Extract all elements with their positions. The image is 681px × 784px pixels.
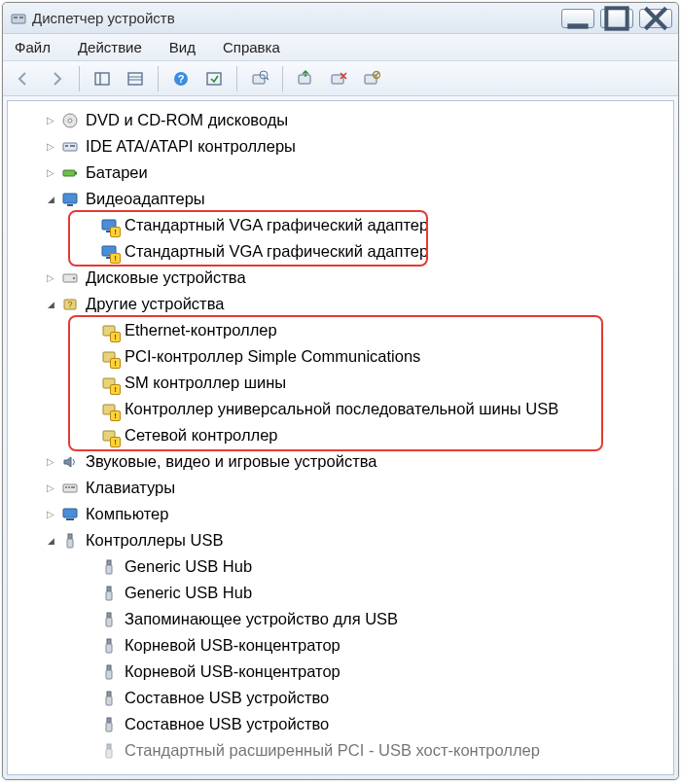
show-hide-tree-button[interactable] [88,65,117,92]
update-driver-button[interactable] [291,65,320,92]
svg-rect-63 [107,718,111,723]
svg-rect-47 [63,509,77,517]
window-frame: Диспетчер устройств Файл Действие Вид Сп… [2,2,679,780]
svg-rect-28 [63,194,77,203]
usb-device-icon [99,662,119,682]
tree-item[interactable]: Звуковые, видео и игровые устройства [14,448,669,475]
expand-icon[interactable] [43,507,58,522]
twisty-blank [82,323,97,339]
tree-item-label: Ethernet-контроллер [125,321,277,339]
svg-rect-5 [95,73,109,85]
disable-button[interactable] [357,65,386,92]
tree-item[interactable]: Составное USB устройство [14,711,669,737]
tree-item-label: Стандартный расширенный PCI - USB хост-к… [125,741,540,760]
unknown-device-icon: ! [99,347,119,367]
tree-item-label: Корневой USB-концентратор [125,662,340,681]
svg-rect-4 [606,8,627,28]
tree-item[interactable]: Корневой USB-концентратор [14,659,669,685]
twisty-blank [82,586,97,601]
device-tree[interactable]: DVD и CD-ROM дисководы IDE ATA/ATAPI кон… [8,101,673,774]
menu-help[interactable]: Справка [221,37,282,57]
drive-icon [60,268,80,288]
usb-device-icon [99,689,119,708]
action-button[interactable] [199,65,229,92]
collapse-icon[interactable] [43,533,58,549]
tree-item[interactable]: Видеоадаптеры [14,186,669,212]
expand-icon[interactable] [43,270,58,286]
svg-rect-24 [65,145,68,147]
warning-badge-icon: ! [110,253,121,264]
tree-item[interactable]: ? Другие устройства [14,291,669,317]
window-controls [561,9,672,28]
menu-file[interactable]: Файл [13,37,53,57]
tree-item[interactable]: Дисковые устройства [14,265,669,291]
twisty-blank [82,375,97,391]
menu-action[interactable]: Действие [76,37,144,57]
tree-item[interactable]: Запоминающее устройство для USB [14,606,669,632]
twisty-blank [82,691,97,706]
tree-item[interactable]: ! PCI-контроллер Simple Communications [14,343,669,370]
svg-rect-49 [68,534,72,539]
scan-hardware-button[interactable] [245,65,274,92]
svg-rect-46 [71,486,75,488]
svg-rect-0 [12,15,25,23]
tree-item-label: PCI-контроллер Simple Communications [125,347,420,366]
warning-badge-icon: ! [110,227,121,237]
twisty-blank [82,664,97,680]
tree-item-label: Сетевой контроллер [125,426,278,445]
tree-item[interactable]: Generic USB Hub [14,580,669,606]
svg-rect-17 [332,75,343,84]
collapse-icon[interactable] [43,192,58,207]
maximize-button[interactable] [600,9,633,28]
twisty-blank [82,638,97,654]
warning-badge-icon: ! [110,358,121,369]
toolbar-separator [282,66,283,91]
expand-icon[interactable] [43,113,58,128]
warning-badge-icon: ! [110,384,121,395]
tree-item[interactable]: ! Стандартный VGA графический адаптер [14,238,669,265]
tree-item[interactable]: IDE ATA/ATAPI контроллеры [14,133,669,160]
collapse-icon[interactable] [43,297,58,312]
tree-item[interactable]: ! SM контроллер шины [14,370,669,396]
svg-rect-27 [75,171,77,174]
properties-button[interactable] [121,65,150,92]
help-button[interactable]: ? [166,65,196,92]
uninstall-button[interactable] [324,65,353,92]
tree-item[interactable]: Корневой USB-концентратор [14,632,669,659]
client-area: DVD и CD-ROM дисководы IDE ATA/ATAPI кон… [7,100,674,775]
tree-item-label: Батареи [86,163,148,182]
warning-badge-icon: ! [110,332,121,342]
tree-item[interactable]: Generic USB Hub [14,553,669,580]
back-button[interactable] [9,65,38,92]
forward-button[interactable] [42,65,71,92]
tree-item[interactable]: ! Сетевой контроллер [14,422,669,448]
display-icon: ! [99,216,119,235]
tree-item[interactable]: Клавиатуры [14,475,669,501]
tree-item[interactable]: DVD и CD-ROM дисководы [14,107,669,133]
tree-item-label: Generic USB Hub [125,557,252,576]
tree-item-label: Другие устройства [86,295,224,313]
tree-item-label: Видеоадаптеры [86,190,205,208]
tree-item[interactable]: Стандартный расширенный PCI - USB хост-к… [14,737,669,764]
tree-item[interactable]: Компьютер [14,501,669,527]
tree-item-label: Контроллеры USB [86,531,223,550]
svg-rect-50 [67,539,73,548]
tree-item[interactable]: ! Стандартный VGA графический адаптер [14,212,669,238]
svg-rect-7 [128,73,142,85]
expand-icon[interactable] [43,481,58,496]
tree-item-label: IDE ATA/ATAPI контроллеры [86,137,296,156]
expand-icon[interactable] [43,139,58,155]
svg-rect-58 [106,644,112,653]
expand-icon[interactable] [43,165,58,181]
tree-item[interactable]: Контроллеры USB [14,527,669,553]
expand-icon[interactable] [43,454,58,470]
tree-item[interactable]: ! Ethernet-контроллер [14,317,669,343]
tree-item-label: Корневой USB-концентратор [125,636,340,655]
unknown-device-icon: ! [99,321,119,340]
tree-item[interactable]: ! Контроллер универсальной последователь… [14,396,669,422]
menu-view[interactable]: Вид [167,37,197,57]
tree-item[interactable]: Составное USB устройство [14,685,669,711]
minimize-button[interactable] [561,9,594,28]
tree-item[interactable]: Батареи [14,160,669,186]
close-button[interactable] [639,9,672,28]
